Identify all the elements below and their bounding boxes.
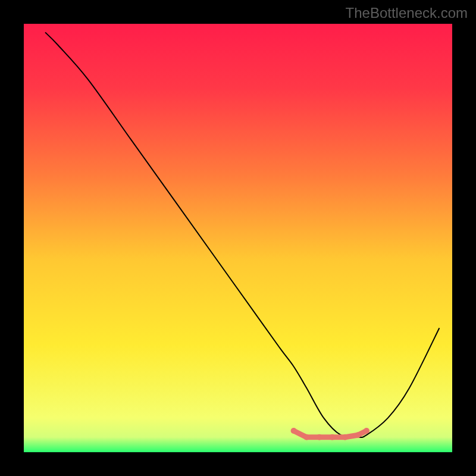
marker-point	[364, 428, 369, 434]
chart-svg	[24, 24, 452, 452]
marker-point	[303, 434, 309, 440]
gradient-background	[24, 24, 452, 452]
marker-point	[342, 434, 348, 440]
plot-area	[24, 24, 452, 452]
marker-point	[317, 434, 322, 440]
marker-point	[355, 432, 361, 438]
watermark-text: TheBottleneck.com	[346, 5, 468, 21]
chart-container: TheBottleneck.com	[0, 0, 476, 476]
marker-point	[291, 428, 297, 434]
marker-point	[329, 434, 335, 440]
